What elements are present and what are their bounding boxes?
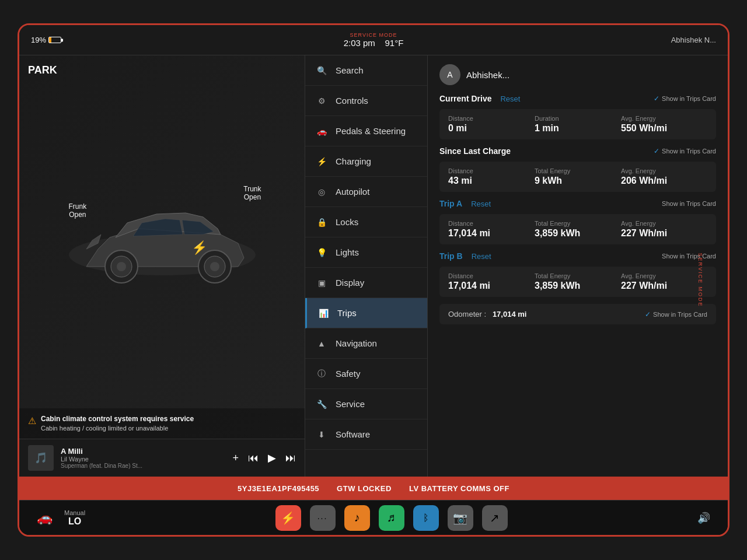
svg-text:⚡: ⚡ bbox=[191, 240, 208, 256]
car-image-area: Frunk Open Trunk Open bbox=[19, 55, 305, 408]
menu-item-controls[interactable]: ⚙ Controls bbox=[305, 86, 427, 116]
pedals-icon: 🚗 bbox=[316, 127, 327, 136]
menu-label-trips: Trips bbox=[337, 308, 357, 318]
battery-comms-status: LV BATTERY COMMS OFF bbox=[409, 484, 509, 493]
odometer-label: Odometer : bbox=[448, 310, 486, 318]
user-name-display: Abhishek N... bbox=[671, 36, 716, 44]
since-last-charge-stats: Distance 43 mi Total Energy 9 kWh Avg. E… bbox=[439, 162, 716, 192]
search-icon: 🔍 bbox=[316, 66, 327, 75]
prev-button[interactable]: ⏮ bbox=[248, 452, 259, 464]
status-bar-center: SERVICE MODE 2:03 pm 91°F bbox=[344, 32, 404, 48]
service-mode-badge: SERVICE MODE bbox=[350, 32, 397, 38]
menu-label-pedals: Pedals & Steering bbox=[336, 126, 406, 136]
warning-text: Cabin climate control system requires se… bbox=[41, 414, 194, 433]
menu-label-software: Software bbox=[336, 429, 370, 439]
current-drive-actions: Current Drive Reset bbox=[439, 94, 520, 103]
current-drive-duration: Duration 1 min bbox=[535, 115, 621, 134]
slc-distance: Distance 43 mi bbox=[448, 167, 535, 186]
trip-b-reset[interactable]: Reset bbox=[472, 252, 491, 261]
menu-item-trips[interactable]: 📊 Trips bbox=[305, 298, 427, 328]
menu-item-charging[interactable]: ⚡ Charging bbox=[305, 146, 427, 177]
software-icon: ⬇ bbox=[316, 430, 327, 439]
menu-label-lights: Lights bbox=[336, 247, 359, 257]
battery-indicator: 19% bbox=[31, 36, 61, 44]
menu-item-locks[interactable]: 🔒 Locks bbox=[305, 207, 427, 237]
bottom-status-bar: 5YJ3E1EA1PF495455 GTW LOCKED LV BATTERY … bbox=[19, 477, 728, 500]
trip-a-stats: Distance 17,014 mi Total Energy 3,859 kW… bbox=[439, 214, 716, 244]
song-artist: Lil Wayne bbox=[61, 456, 225, 463]
current-drive-reset[interactable]: Reset bbox=[500, 94, 520, 103]
menu-item-safety[interactable]: ⓘ Safety bbox=[305, 359, 427, 389]
car-svg-wrapper: Frunk Open Trunk Open bbox=[51, 167, 273, 296]
main-content: PARK Frunk Open Trunk Open bbox=[19, 55, 728, 477]
current-drive-title: Current Drive bbox=[439, 94, 491, 103]
trip-a-show-trips: Show in Trips Card bbox=[662, 200, 716, 207]
nav-app-button[interactable]: ↗ bbox=[482, 505, 508, 531]
trip-b-total-energy: Total Energy 3,859 kWh bbox=[535, 272, 621, 291]
play-button[interactable]: ▶ bbox=[268, 452, 276, 464]
battery-percent: 19% bbox=[31, 36, 46, 44]
trip-a-actions: Trip A Reset bbox=[439, 199, 491, 208]
display-icon: ▣ bbox=[316, 278, 327, 288]
menu-item-search[interactable]: 🔍 Search bbox=[305, 55, 427, 86]
svg-point-6 bbox=[210, 262, 219, 271]
lights-icon: 💡 bbox=[316, 248, 327, 257]
add-button[interactable]: + bbox=[232, 452, 239, 464]
song-title: A Milli bbox=[61, 447, 225, 456]
odometer-show-trips: ✓ Show in Trips Card bbox=[645, 310, 707, 318]
taskbar-right: 🔊 bbox=[697, 512, 710, 524]
volume-icon[interactable]: 🔊 bbox=[697, 512, 710, 524]
menu-item-lights[interactable]: 💡 Lights bbox=[305, 237, 427, 268]
taskbar-car-icon[interactable]: 🚗 bbox=[37, 510, 53, 526]
battery-icon bbox=[48, 37, 61, 43]
menu-item-navigation[interactable]: ▲ Navigation bbox=[305, 328, 427, 359]
user-avatar: A bbox=[439, 64, 460, 85]
song-info: A Milli Lil Wayne Superman (feat. Dina R… bbox=[61, 447, 225, 469]
warning-desc: Cabin heating / cooling limited or unava… bbox=[41, 425, 168, 432]
trip-a-section: Trip A Reset Show in Trips Card Distance… bbox=[439, 199, 716, 244]
trip-b-avg-energy: Avg. Energy 227 Wh/mi bbox=[621, 272, 707, 291]
trip-a-total-energy: Total Energy 3,859 kWh bbox=[535, 220, 621, 239]
trip-a-header: Trip A Reset Show in Trips Card bbox=[439, 199, 716, 208]
menu-label-autopilot: Autopilot bbox=[336, 187, 369, 197]
menu-item-autopilot[interactable]: ◎ Autopilot bbox=[305, 177, 427, 207]
trip-a-title: Trip A bbox=[439, 199, 462, 208]
status-bar: 19% SERVICE MODE 2:03 pm 91°F Abhishek N… bbox=[19, 25, 728, 55]
gear-label: Manual bbox=[64, 509, 85, 516]
media-controls: + ⏮ ▶ ⏭ bbox=[232, 452, 296, 464]
trip-a-avg-energy: Avg. Energy 227 Wh/mi bbox=[621, 220, 707, 239]
current-drive-stats: Distance 0 mi Duration 1 min Avg. Energy… bbox=[439, 109, 716, 139]
warning-title: Cabin climate control system requires se… bbox=[41, 415, 194, 423]
taskbar: 🚗 Manual LO ⚡ ··· ♪ ♬ ᛒ 📷 ↗ 🔊 bbox=[19, 500, 728, 535]
trip-b-title: Trip B bbox=[439, 251, 463, 261]
menu-item-software[interactable]: ⬇ Software bbox=[305, 419, 427, 450]
menu-item-display[interactable]: ▣ Display bbox=[305, 268, 427, 298]
current-drive-show-trips: ✓ Show in Trips Card bbox=[654, 94, 716, 103]
svg-point-3 bbox=[117, 262, 126, 271]
trip-b-distance: Distance 17,014 mi bbox=[448, 272, 535, 291]
current-drive-avg-energy: Avg. Energy 550 Wh/mi bbox=[621, 115, 707, 134]
trip-a-reset[interactable]: Reset bbox=[471, 200, 491, 208]
safety-icon: ⓘ bbox=[316, 369, 327, 379]
next-button[interactable]: ⏭ bbox=[285, 452, 296, 464]
menu-label-controls: Controls bbox=[336, 96, 368, 106]
car-warning: ⚠ Cabin climate control system requires … bbox=[19, 408, 305, 439]
menu-item-pedals[interactable]: 🚗 Pedals & Steering bbox=[305, 116, 427, 146]
gear-value: LO bbox=[64, 516, 85, 527]
slc-total-energy: Total Energy 9 kWh bbox=[535, 167, 621, 186]
taskbar-center: ⚡ ··· ♪ ♬ ᛒ 📷 ↗ bbox=[275, 505, 508, 531]
menu-item-service[interactable]: 🔧 Service bbox=[305, 389, 427, 419]
flash-app-button[interactable]: ⚡ bbox=[275, 505, 301, 531]
trips-panel: A Abhishek... Current Drive Reset ✓ Show… bbox=[428, 55, 728, 477]
camera-app-button[interactable]: 📷 bbox=[448, 505, 473, 531]
temperature-display: 91°F bbox=[385, 38, 404, 48]
bluetooth-app-button[interactable]: ᛒ bbox=[413, 505, 439, 531]
spotify-app-button[interactable]: ♬ bbox=[379, 505, 404, 531]
tesla-screen: SERVICE MODE SERVICE MODE 19% SERVICE MO… bbox=[18, 23, 729, 537]
status-bar-left: 19% bbox=[31, 36, 61, 44]
music-app-button[interactable]: ♪ bbox=[344, 505, 370, 531]
trip-b-show-trips: Show in Trips Card bbox=[662, 253, 716, 260]
more-app-button[interactable]: ··· bbox=[310, 505, 336, 531]
odometer-text: Odometer : 17,014 mi bbox=[448, 310, 526, 318]
trip-b-section: Trip B Reset Show in Trips Card Distance… bbox=[439, 251, 716, 297]
